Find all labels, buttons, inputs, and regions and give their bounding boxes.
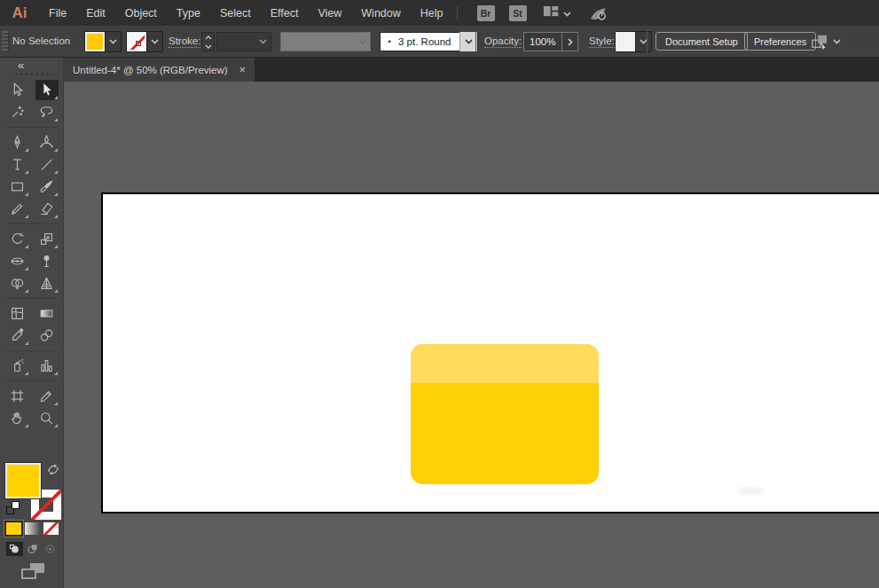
align-options-control[interactable] bbox=[811, 34, 841, 50]
collapse-panel-button[interactable]: « bbox=[18, 59, 24, 72]
tool-artboard-tool[interactable] bbox=[6, 386, 29, 406]
gradient-button[interactable] bbox=[25, 522, 40, 535]
yellow-rounded-rectangle[interactable] bbox=[411, 344, 599, 484]
tool-mesh[interactable] bbox=[6, 303, 29, 324]
fill-indicator[interactable] bbox=[5, 463, 41, 498]
tool-magic-wand[interactable] bbox=[6, 102, 29, 122]
menu-edit[interactable]: Edit bbox=[76, 7, 115, 20]
tool-selection[interactable] bbox=[6, 80, 29, 100]
chevron-down-icon[interactable] bbox=[255, 39, 271, 44]
tool-hand[interactable] bbox=[6, 408, 29, 428]
stock-button[interactable]: St bbox=[509, 5, 527, 21]
tool-rotate[interactable] bbox=[6, 229, 29, 249]
fill-swatch[interactable] bbox=[85, 32, 105, 51]
lasso-icon bbox=[38, 104, 55, 121]
scale-icon bbox=[38, 231, 55, 247]
tool-column-graph[interactable] bbox=[35, 356, 59, 376]
tool-slice[interactable] bbox=[35, 386, 59, 406]
stroke-weight-stepper[interactable] bbox=[201, 32, 215, 51]
change-screen-mode-button[interactable] bbox=[21, 563, 44, 579]
tool-direct-selection[interactable] bbox=[35, 80, 59, 100]
swap-fill-stroke-icon[interactable] bbox=[47, 463, 59, 479]
document-tab[interactable]: Untitled-4* @ 50% (RGB/Preview) × bbox=[64, 58, 255, 82]
gpu-performance-icon[interactable] bbox=[587, 4, 608, 22]
controlbar-divider bbox=[647, 31, 647, 52]
menu-window[interactable]: Window bbox=[351, 7, 410, 20]
workspace-layout-icon bbox=[543, 4, 560, 21]
tool-pen[interactable] bbox=[6, 132, 29, 153]
chevron-down-icon bbox=[109, 39, 117, 44]
tool-puppet-warp[interactable] bbox=[35, 251, 59, 271]
menu-view[interactable]: View bbox=[308, 7, 351, 20]
document-tab-title: Untitled-4* @ 50% (RGB/Preview) bbox=[73, 65, 228, 75]
tool-blend[interactable] bbox=[35, 325, 59, 346]
stroke-weight-label[interactable]: Stroke: bbox=[169, 35, 200, 48]
stroke-none-swatch[interactable] bbox=[127, 32, 146, 51]
menu-help[interactable]: Help bbox=[411, 7, 453, 20]
tool-width-tool[interactable] bbox=[6, 251, 29, 271]
tool-gradient[interactable] bbox=[35, 303, 59, 324]
draw-normal-button[interactable] bbox=[6, 542, 23, 556]
tool-shaper[interactable] bbox=[6, 199, 29, 219]
stepper-down-button[interactable] bbox=[202, 42, 214, 51]
brush-definition-value: 3 pt. Round bbox=[398, 36, 459, 47]
stepper-up-button[interactable] bbox=[202, 33, 214, 42]
document-setup-button[interactable]: Document Setup bbox=[655, 32, 748, 51]
opacity-expand-button[interactable] bbox=[561, 33, 577, 51]
workspace-switcher[interactable] bbox=[543, 4, 571, 21]
tool-zoom[interactable] bbox=[35, 408, 59, 428]
chevron-down-icon bbox=[151, 39, 159, 44]
menu-type[interactable]: Type bbox=[167, 7, 210, 20]
tool-rectangle[interactable] bbox=[6, 176, 29, 197]
pen-icon bbox=[9, 134, 26, 151]
stroke-dropdown-button[interactable] bbox=[146, 32, 162, 51]
color-mode-row bbox=[0, 522, 64, 535]
document-area: Untitled-4* @ 50% (RGB/Preview) × bbox=[64, 58, 879, 588]
tool-line-segment[interactable] bbox=[35, 154, 59, 175]
menu-object[interactable]: Object bbox=[115, 7, 167, 20]
none-button[interactable] bbox=[43, 522, 59, 535]
tool-eraser[interactable] bbox=[35, 199, 59, 219]
bridge-button[interactable]: Br bbox=[477, 5, 495, 21]
brush-definition-combobox[interactable]: • 3 pt. Round bbox=[380, 32, 478, 51]
opacity-field[interactable]: 100% bbox=[523, 32, 578, 51]
default-fill-stroke-icon[interactable] bbox=[6, 501, 20, 514]
type-icon bbox=[9, 156, 26, 173]
canvas[interactable] bbox=[64, 82, 879, 588]
style-dropdown-button[interactable] bbox=[635, 32, 651, 51]
close-tab-icon[interactable]: × bbox=[239, 63, 246, 76]
tool-curvature[interactable] bbox=[35, 132, 59, 153]
drawing-modes-row bbox=[6, 542, 59, 556]
preferences-button[interactable]: Preferences bbox=[744, 32, 816, 51]
toolbar-separator bbox=[6, 223, 58, 224]
tool-scale[interactable] bbox=[35, 229, 59, 249]
toolbar-separator bbox=[6, 127, 58, 128]
draw-inside-button[interactable] bbox=[42, 542, 59, 556]
tool-shape-builder[interactable] bbox=[6, 273, 29, 294]
menu-select[interactable]: Select bbox=[210, 7, 261, 20]
selection-icon bbox=[9, 82, 26, 98]
panel-grip[interactable] bbox=[15, 73, 49, 75]
tool-eyedropper[interactable] bbox=[6, 325, 29, 346]
draw-behind-button[interactable] bbox=[24, 542, 41, 556]
tool-symbol-sprayer[interactable] bbox=[6, 356, 29, 376]
stroke-color-control[interactable] bbox=[126, 31, 163, 52]
artboard[interactable] bbox=[101, 192, 879, 514]
style-label[interactable]: Style: bbox=[589, 35, 615, 48]
fill-dropdown-button[interactable] bbox=[105, 32, 121, 51]
paintbrush-icon bbox=[38, 178, 55, 195]
tool-lasso[interactable] bbox=[35, 102, 59, 122]
menu-effect[interactable]: Effect bbox=[261, 7, 309, 20]
tool-perspective-grid[interactable] bbox=[35, 273, 59, 294]
opacity-label[interactable]: Opacity: bbox=[484, 35, 522, 48]
zoom-icon bbox=[38, 410, 55, 427]
fill-color-control[interactable] bbox=[84, 31, 122, 52]
stroke-weight-combobox[interactable] bbox=[216, 32, 271, 51]
tool-paintbrush[interactable] bbox=[35, 176, 59, 197]
color-button[interactable] bbox=[6, 522, 21, 535]
tool-type[interactable] bbox=[6, 154, 29, 175]
menu-file[interactable]: File bbox=[39, 7, 76, 20]
illustrator-window: Ai FileEditObjectTypeSelectEffectViewWin… bbox=[0, 0, 879, 588]
style-swatch[interactable] bbox=[616, 32, 635, 51]
controlbar-grip[interactable] bbox=[2, 31, 9, 52]
